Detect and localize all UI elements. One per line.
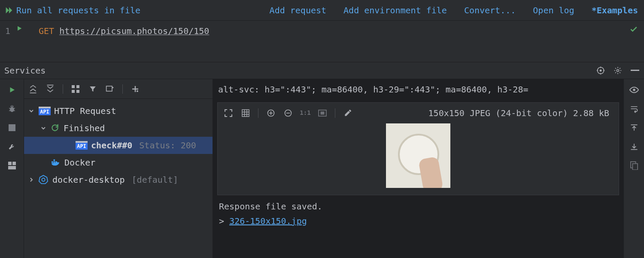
add-request-link[interactable]: Add request	[270, 4, 326, 16]
tree-label: check##0	[91, 139, 132, 151]
tree-finished[interactable]: Finished	[24, 120, 213, 137]
svg-rect-30	[631, 149, 637, 150]
svg-rect-13	[72, 90, 75, 93]
image-viewer-toolbar: 1:1 150x150 JPEG (24-bit color) 2.88 kB	[218, 103, 619, 123]
svg-point-22	[42, 178, 45, 181]
response-file-line: > 326-150x150.jpg	[219, 215, 617, 227]
tree-docker[interactable]: · Docker	[24, 154, 213, 171]
svg-point-16	[137, 90, 138, 92]
svg-point-4	[10, 107, 14, 112]
svg-rect-29	[631, 125, 637, 126]
group-icon[interactable]	[71, 84, 80, 94]
services-main: API HTTP Request Finished API check##0 S…	[0, 79, 644, 258]
response-footer: Response file saved. > 326-150x150.jpg	[213, 195, 623, 227]
eye-icon[interactable]	[629, 85, 639, 95]
collapse-all-icon[interactable]	[46, 84, 55, 94]
http-url: https://picsum.photos/150/150	[59, 26, 209, 36]
chevron-right-icon[interactable]	[27, 177, 35, 182]
editor-gutter: 1	[0, 21, 39, 62]
response-header-line[interactable]: alt-svc: h3=":443"; ma=86400, h3-29=":44…	[213, 79, 623, 100]
expand-all-icon[interactable]	[28, 84, 38, 94]
response-file-link[interactable]: 326-150x150.jpg	[229, 216, 307, 226]
services-tree-panel: API HTTP Request Finished API check##0 S…	[24, 79, 213, 258]
tree-label: docker-desktop	[52, 174, 125, 186]
run-icon[interactable]	[7, 85, 17, 95]
svg-rect-27	[321, 111, 325, 114]
run-line-icon[interactable]	[13, 25, 26, 32]
convert-link[interactable]: Convert...	[464, 4, 516, 16]
zoom-in-icon[interactable]	[266, 108, 276, 118]
http-editor: 1 GET https://picsum.photos/150/150	[0, 21, 644, 62]
svg-rect-14	[76, 90, 79, 93]
api-icon: API	[76, 141, 88, 150]
svg-rect-17	[52, 161, 53, 163]
new-panel-icon[interactable]	[105, 84, 115, 94]
fit-content-icon[interactable]	[224, 108, 233, 118]
line-number: 1	[0, 25, 13, 37]
svg-rect-10	[47, 85, 54, 86]
svg-rect-20	[54, 160, 55, 161]
tree-k8s[interactable]: docker-desktop [default]	[24, 171, 213, 188]
link-prefix: >	[219, 216, 229, 226]
services-tree: API HTTP Request Finished API check##0 S…	[24, 99, 213, 188]
chevron-down-icon[interactable]	[39, 126, 47, 131]
svg-rect-6	[8, 162, 12, 165]
response-right-gutter	[623, 79, 644, 258]
editor-line[interactable]: GET https://picsum.photos/150/150	[39, 21, 209, 62]
minimize-icon[interactable]	[630, 66, 640, 75]
svg-rect-15	[106, 86, 112, 91]
stop-icon[interactable]	[7, 123, 17, 132]
image-canvas[interactable]	[218, 123, 619, 195]
chevron-down-icon[interactable]	[27, 108, 35, 114]
services-title: Services	[4, 64, 46, 77]
tree-default-label: [default]	[132, 174, 178, 186]
add-icon[interactable]	[131, 84, 140, 94]
tree-label: Docker	[64, 157, 95, 169]
image-metadata: 150x150 JPEG (24-bit color) 2.88 kB	[428, 107, 613, 119]
filter-icon[interactable]	[88, 84, 97, 94]
svg-rect-18	[54, 161, 55, 163]
gear-icon[interactable]	[613, 66, 623, 75]
svg-rect-9	[30, 92, 36, 93]
tree-label: HTTP Request	[54, 105, 116, 117]
examples-link[interactable]: *Examples	[592, 4, 638, 16]
svg-rect-12	[76, 85, 79, 88]
scroll-to-bottom-icon[interactable]	[629, 142, 639, 151]
color-picker-icon[interactable]	[343, 108, 352, 118]
response-image-thumbnail	[386, 123, 450, 188]
http-method: GET	[39, 26, 54, 36]
svg-point-2	[617, 70, 619, 72]
tree-label: Finished	[64, 122, 105, 134]
bug-icon[interactable]	[7, 104, 17, 114]
svg-rect-32	[632, 164, 638, 170]
wrench-icon[interactable]	[7, 142, 17, 151]
grid-icon[interactable]	[241, 108, 250, 118]
open-log-link[interactable]: Open log	[533, 4, 574, 16]
svg-rect-8	[8, 166, 16, 169]
soft-wrap-icon[interactable]	[629, 104, 639, 114]
svg-rect-7	[12, 162, 16, 165]
run-all-link[interactable]: Run all requests in file	[16, 4, 140, 16]
fit-window-icon[interactable]	[318, 108, 327, 118]
svg-point-1	[600, 70, 602, 72]
layout-icon[interactable]	[7, 161, 17, 170]
scroll-to-top-icon[interactable]	[629, 123, 639, 132]
response-saved-text: Response file saved.	[219, 200, 617, 212]
target-icon[interactable]	[596, 66, 605, 75]
tree-toolbar	[24, 79, 213, 99]
image-viewer: 1:1 150x150 JPEG (24-bit color) 2.88 kB	[217, 102, 619, 195]
response-panel: alt-svc: h3=":443"; ma=86400, h3-29=":44…	[213, 79, 623, 258]
docker-icon	[51, 158, 61, 167]
run-all-icon[interactable]	[0, 6, 15, 15]
zoom-out-icon[interactable]	[283, 108, 293, 118]
services-tool-window-header: Services	[0, 62, 644, 79]
one-to-one-icon[interactable]: 1:1	[301, 108, 310, 118]
copy-icon[interactable]	[629, 161, 639, 170]
add-env-file-link[interactable]: Add environment file	[343, 4, 447, 16]
rerun-icon	[51, 123, 60, 133]
svg-rect-23	[242, 110, 249, 117]
svg-rect-3	[631, 70, 639, 71]
tree-http-request[interactable]: API HTTP Request	[24, 102, 213, 120]
tree-check-item[interactable]: API check##0 Status: 200	[24, 137, 213, 154]
editor-status-check-icon	[629, 21, 644, 62]
